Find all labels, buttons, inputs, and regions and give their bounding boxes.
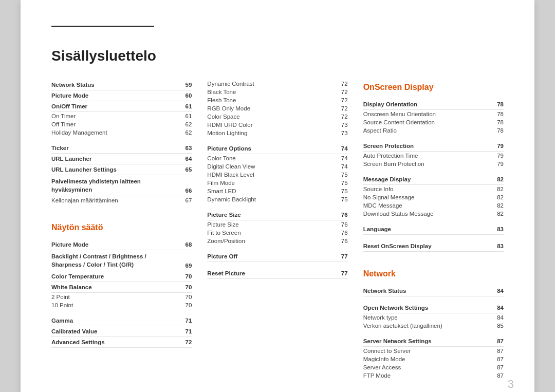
list-item: Server Access 87 <box>363 363 504 371</box>
column-1: Network Status 59 Picture Mode 60 On/Off… <box>51 80 192 380</box>
list-item: Gamma 71 <box>51 315 192 326</box>
list-item: Color Tone 74 <box>207 154 347 162</box>
list-item: RGB Only Mode 72 <box>207 104 347 113</box>
col1-main-entries: Network Status 59 Picture Mode 60 On/Off… <box>51 80 192 204</box>
list-item: MDC Message 82 <box>363 201 504 210</box>
list-item: HDMI UHD Color 73 <box>207 121 347 129</box>
list-item: Dynamic Backlight 75 <box>207 195 347 203</box>
list-item: Network Status 84 <box>363 286 504 296</box>
list-item: 2 Point 70 <box>51 293 192 301</box>
section-heading-network: Network <box>363 269 504 278</box>
list-item: On Timer 61 <box>51 112 192 120</box>
list-item: White Balance 70 <box>51 282 192 293</box>
list-item: Network Status 59 <box>51 80 192 90</box>
nayton-saato-section: Näytön säätö Picture Mode 68 Backlight /… <box>51 223 192 348</box>
list-item: Fit to Screen 76 <box>207 229 347 237</box>
list-item: Advanced Settings 72 <box>51 337 192 348</box>
list-item: Screen Protection 79 <box>363 141 504 152</box>
list-item: Flesh Tone 72 <box>207 96 347 104</box>
list-item: Picture Off 77 <box>207 251 347 262</box>
list-item: Network type 84 <box>363 313 504 322</box>
list-item: Reset Picture 77 <box>207 268 347 279</box>
list-item: 10 Point 70 <box>51 301 192 309</box>
list-item: Display Orientation 78 <box>363 99 504 110</box>
list-item: Server Network Settings 87 <box>363 336 504 347</box>
list-item: Verkon asetukset (langallinen) 85 <box>363 322 504 330</box>
list-item: Black Tone 72 <box>207 88 347 96</box>
section-heading-onscreen: OnScreen Display <box>363 83 504 92</box>
list-item: Message Display 82 <box>363 174 504 185</box>
list-item: Calibrated Value 71 <box>51 326 192 337</box>
page-number: 3 <box>508 378 514 391</box>
list-item: Reset OnScreen Display 83 <box>363 241 504 252</box>
list-item: HDMI Black Level 75 <box>207 171 347 179</box>
list-item: Palvelimesta yhdistetyn laitteen hyväksy… <box>51 175 192 196</box>
page: Sisällysluettelo Network Status 59 Pictu… <box>21 0 534 392</box>
list-item: Picture Options 74 <box>207 143 347 154</box>
list-item: Onscreen Menu Orientation 78 <box>363 110 504 118</box>
list-item: Holiday Management 62 <box>51 128 192 137</box>
list-item: Color Space 72 <box>207 113 347 121</box>
list-item: Picture Mode 60 <box>51 90 192 101</box>
list-item: Download Status Message 82 <box>363 210 504 218</box>
list-item: Backlight / Contrast / Brightness / Shar… <box>51 250 192 271</box>
list-item: Motion Lighting 73 <box>207 129 347 137</box>
list-item: Aspect Ratio 78 <box>363 126 504 135</box>
list-item: URL Launcher Settings 65 <box>51 164 192 175</box>
list-item: Ticker 63 <box>51 143 192 154</box>
column-2: Dynamic Contrast 72 Black Tone 72 Flesh … <box>207 80 347 380</box>
list-item: Source Info 82 <box>363 185 504 193</box>
list-item: Smart LED 75 <box>207 187 347 195</box>
list-item: URL Launcher 64 <box>51 154 192 164</box>
list-item: Color Temperature 70 <box>51 271 192 282</box>
title-bar <box>51 26 154 32</box>
column-3: OnScreen Display Display Orientation 78 … <box>363 80 504 380</box>
list-item: Picture Size 76 <box>207 220 347 229</box>
list-item: Zoom/Position 76 <box>207 237 347 245</box>
list-item: On/Off Timer 61 <box>51 101 192 112</box>
list-item: Kellonajan määrittäminen 67 <box>51 196 192 204</box>
list-item: Digital Clean View 74 <box>207 162 347 171</box>
list-item: Film Mode 75 <box>207 179 347 187</box>
list-item: MagicInfo Mode 87 <box>363 355 504 363</box>
list-item: Off Timer 62 <box>51 120 192 128</box>
list-item: Picture Mode 68 <box>51 239 192 250</box>
section-heading-nayton-saato: Näytön säätö <box>51 223 192 232</box>
list-item: No Signal Message 82 <box>363 193 504 201</box>
list-item: Auto Protection Time 79 <box>363 152 504 160</box>
list-item: Open Network Settings 84 <box>363 303 504 313</box>
list-item: Source Content Orientation 78 <box>363 118 504 126</box>
list-item: Screen Burn Protection 79 <box>363 160 504 168</box>
list-item: Language 83 <box>363 224 504 235</box>
list-item: Picture Size 76 <box>207 210 347 220</box>
page-title: Sisällysluettelo <box>51 48 504 64</box>
list-item: Dynamic Contrast 72 <box>207 80 347 88</box>
list-item: Connect to Server 87 <box>363 347 504 355</box>
list-item: FTP Mode 87 <box>363 371 504 380</box>
